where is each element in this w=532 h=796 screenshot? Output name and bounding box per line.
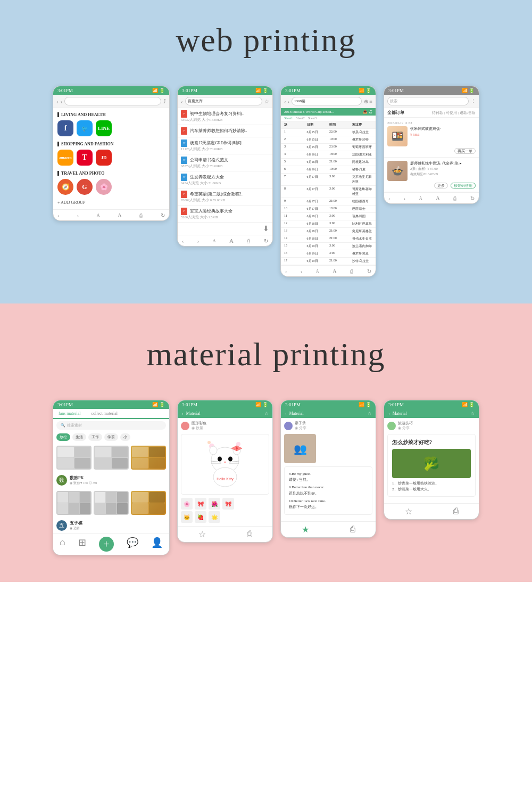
- back-icon-eng[interactable]: ‹: [285, 411, 287, 416]
- sticker-6[interactable]: 🍓: [195, 511, 206, 523]
- back-arrow-1[interactable]: ‹: [56, 98, 59, 104]
- prev-3[interactable]: ‹: [285, 268, 287, 274]
- cat-relax[interactable]: 放松: [56, 433, 70, 441]
- file-item-4[interactable]: W 公司申请书格式范文 68574人浏览 大小:70.00KB: [178, 154, 272, 171]
- download-icon[interactable]: ⬇: [263, 225, 269, 233]
- twitter-icon[interactable]: 🐦: [77, 120, 93, 136]
- font-lg-2[interactable]: A: [229, 237, 234, 244]
- print-toolbar-hk[interactable]: ⎙: [247, 529, 252, 539]
- url-input-3[interactable]: 1398路: [292, 97, 362, 105]
- next-page-icon[interactable]: ›: [77, 212, 79, 218]
- font-lg-3[interactable]: A: [332, 268, 337, 274]
- font-small-icon[interactable]: A: [97, 213, 100, 218]
- grid-item-5[interactable]: [94, 491, 129, 515]
- material-item-sudoku[interactable]: 数 数独PK ◉ 数独 ♥ 168 ◎ 391: [53, 473, 169, 488]
- file-item-7[interactable]: P 宝宝入睡经典故事大全 5206人浏览 大小:1.5MB: [178, 206, 272, 223]
- grid-item-4[interactable]: [56, 491, 92, 515]
- settings-icon-4[interactable]: ⋮: [471, 99, 476, 104]
- print-toolbar-eng[interactable]: ⎙: [350, 524, 355, 535]
- file-item-2[interactable]: P 汽车莱菁师教您如何巧妙清除..: [178, 125, 272, 137]
- grid-nav-icon[interactable]: ⊞: [78, 537, 86, 552]
- travel-icon-1[interactable]: 🧭: [57, 179, 73, 195]
- file-item-1[interactable]: P 初中生物地理会考复习资料(.. 53032人浏览 大小:13.00KB: [178, 108, 272, 125]
- font-sm-2[interactable]: A: [213, 239, 216, 243]
- sheet-3[interactable]: Sheet3: [308, 117, 317, 120]
- star-icon-2[interactable]: ☆: [264, 99, 269, 104]
- browser-bar-3[interactable]: ‹ › 1398路 ⊕ ≡: [281, 95, 376, 108]
- next-2[interactable]: ›: [197, 238, 199, 244]
- star-icon-veg[interactable]: ☆: [471, 411, 475, 416]
- refresh-icon-3[interactable]: ↻: [367, 268, 371, 274]
- plus-nav-icon[interactable]: +: [99, 537, 114, 552]
- star-toolbar-hk[interactable]: ☆: [198, 529, 206, 539]
- share-icon-1[interactable]: ⤴: [163, 99, 166, 104]
- cat-more[interactable]: 小: [120, 433, 130, 441]
- browser-bar-4[interactable]: 搜索 ⋮: [384, 95, 479, 108]
- material-search[interactable]: 🔍 搜索素材: [56, 421, 166, 430]
- add-group-label[interactable]: + ADD GROUP: [57, 200, 165, 205]
- back-2[interactable]: ‹: [181, 98, 183, 104]
- back-3[interactable]: ‹ ›: [284, 98, 289, 104]
- order-reorder-btn[interactable]: 再买一单: [454, 148, 476, 154]
- file-item-3[interactable]: W 杨熹17天搞定GRE单词(时间.. 12126人浏览 大小:70.00KB: [178, 137, 272, 154]
- grid-item-6[interactable]: [131, 491, 166, 515]
- profile-nav-icon[interactable]: 👤: [151, 537, 163, 552]
- file-item-5[interactable]: W 生发养发秘方大全 6454人浏览 大小:31.00KB: [178, 171, 272, 188]
- order-item-1[interactable]: 2018-03-19 11:33 🍱 饮米韩式鼓皮鸡饭· ¥ 58.6 再买一单: [384, 118, 479, 158]
- star-icon-hk[interactable]: ☆: [264, 411, 268, 416]
- jd-icon[interactable]: JD: [96, 150, 112, 166]
- table-actions[interactable]: 📥 🖨: [363, 110, 372, 114]
- grid-item-2[interactable]: [94, 446, 129, 470]
- url-input-1[interactable]: [64, 97, 161, 105]
- print-icon-4[interactable]: ⎙: [453, 195, 456, 201]
- fans-material-tab[interactable]: fans material: [53, 409, 86, 419]
- print-icon-1[interactable]: ⎙: [139, 212, 143, 218]
- fwd-arrow-1[interactable]: ›: [61, 98, 63, 104]
- sheet-1[interactable]: Sheet1: [284, 117, 293, 120]
- print-icon-3[interactable]: ⎙: [350, 268, 353, 274]
- order-more-btn[interactable]: 更多: [434, 183, 448, 188]
- travel-icon-3[interactable]: 🌸: [96, 179, 112, 195]
- sheet-2[interactable]: Sheet2: [296, 117, 304, 120]
- font-sm-3[interactable]: A: [316, 269, 319, 274]
- prev-page-icon[interactable]: ‹: [57, 212, 59, 218]
- star-toolbar-veg[interactable]: ☆: [405, 506, 412, 516]
- back-icon-hk[interactable]: ‹: [182, 411, 184, 416]
- browser-bar-1[interactable]: ‹ › ⤴: [53, 95, 169, 108]
- order-use-btn[interactable]: 核销码使用: [451, 183, 476, 188]
- collect-material-tab[interactable]: collect material: [86, 409, 123, 418]
- star-icon-eng[interactable]: ☆: [368, 411, 371, 416]
- line-icon[interactable]: LINE: [96, 120, 112, 136]
- print-toolbar-veg[interactable]: ⎙: [453, 506, 459, 516]
- sticker-4[interactable]: 🎀: [222, 498, 234, 510]
- browser-bar-2[interactable]: ‹ 百度文库 ☆: [178, 95, 272, 108]
- sticker-2[interactable]: 🎀: [195, 498, 206, 510]
- tmall-icon[interactable]: T: [77, 150, 93, 166]
- next-4[interactable]: ›: [404, 195, 405, 201]
- file-item-6[interactable]: P 希望英语(第二版)综合教程2.. 70002人浏览 大小:0.35.00KB: [178, 188, 272, 206]
- back-icon-veg[interactable]: ‹: [388, 411, 390, 416]
- refresh-icon-4[interactable]: ↻: [470, 195, 475, 201]
- font-large-icon[interactable]: A: [118, 212, 122, 218]
- next-3[interactable]: ›: [301, 268, 302, 274]
- url-input-2[interactable]: 百度文库: [185, 97, 262, 105]
- share-icon-3[interactable]: ⊕ ≡: [364, 99, 372, 104]
- grid-item-1[interactable]: [56, 446, 92, 470]
- order-filter[interactable]: 待付款 | 可使用 | 退款/售后: [432, 110, 476, 116]
- amazon-icon[interactable]: amazon: [57, 150, 73, 166]
- cat-preschool[interactable]: 学前: [104, 433, 118, 441]
- material-item-gobang[interactable]: 五 五子棋 ◉ 适龄: [53, 518, 169, 533]
- chat-nav-icon[interactable]: 💬: [127, 537, 138, 552]
- sticker-3[interactable]: 🌺: [209, 498, 220, 510]
- refresh-icon-1[interactable]: ↻: [161, 212, 165, 218]
- prev-4[interactable]: ‹: [388, 195, 390, 201]
- sticker-1[interactable]: 🌸: [181, 498, 193, 510]
- sticker-5[interactable]: 🐱: [181, 511, 193, 523]
- travel-icon-2[interactable]: G: [77, 179, 93, 195]
- prev-2[interactable]: ‹: [182, 238, 184, 244]
- font-lg-4[interactable]: A: [436, 195, 440, 201]
- refresh-icon-2[interactable]: ↻: [264, 238, 268, 244]
- star-toolbar-eng[interactable]: ★: [302, 524, 309, 535]
- sticker-7[interactable]: 🌟: [209, 511, 220, 523]
- print-icon-2[interactable]: ⎙: [247, 238, 250, 244]
